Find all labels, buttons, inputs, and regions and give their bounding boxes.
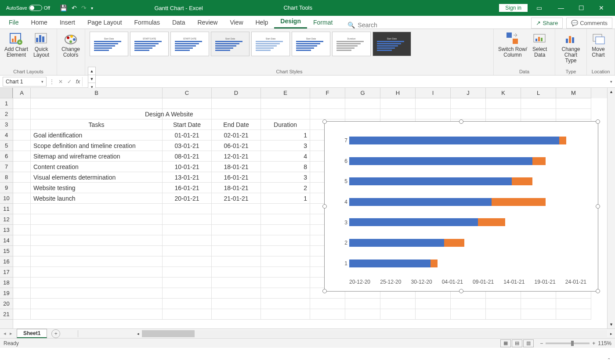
cell[interactable]: 13-01-21 — [163, 172, 212, 183]
cell[interactable] — [163, 299, 212, 309]
next-sheet-icon[interactable]: ▸ — [10, 331, 12, 336]
change-colors-button[interactable]: Change Colors — [60, 30, 82, 58]
cell[interactable] — [416, 109, 451, 119]
cell[interactable] — [163, 204, 212, 214]
cell[interactable]: Duration — [261, 119, 310, 130]
normal-view-icon[interactable]: ▦ — [500, 339, 511, 347]
row-header[interactable]: 21 — [0, 309, 13, 320]
cell[interactable] — [212, 309, 261, 320]
zoom-level[interactable]: 115% — [598, 340, 611, 346]
cell[interactable] — [212, 109, 261, 119]
cell[interactable] — [380, 109, 416, 119]
cell[interactable] — [31, 214, 163, 225]
row-header[interactable]: 20 — [0, 299, 13, 309]
column-header[interactable]: M — [556, 88, 591, 98]
select-data-button[interactable]: Select Data — [531, 30, 549, 58]
prev-sheet-icon[interactable]: ◂ — [4, 331, 6, 336]
cell[interactable]: 16-01-21 — [163, 183, 212, 193]
tab-format[interactable]: Format — [307, 16, 339, 29]
tab-page-layout[interactable]: Page Layout — [81, 16, 128, 29]
undo-icon[interactable]: ↶ — [72, 4, 77, 11]
chart-style-7[interactable]: Duration — [332, 32, 371, 56]
cell[interactable] — [521, 309, 556, 320]
cell[interactable]: Website testing — [31, 183, 163, 193]
column-headers[interactable]: ABCDEFGHIJKLM — [13, 88, 607, 98]
cell[interactable] — [261, 225, 310, 235]
column-header[interactable]: D — [212, 88, 261, 98]
cell[interactable] — [13, 288, 31, 299]
cell[interactable] — [13, 98, 31, 109]
cell[interactable] — [212, 235, 261, 246]
scrollbar-thumb[interactable] — [142, 330, 195, 337]
cell[interactable] — [163, 214, 212, 225]
chart-style-3[interactable]: START DATE — [170, 32, 209, 56]
cell[interactable] — [345, 309, 380, 320]
cell[interactable] — [13, 109, 31, 119]
page-layout-view-icon[interactable]: ▤ — [512, 339, 522, 347]
tab-view[interactable]: View — [224, 16, 249, 29]
resize-handle[interactable] — [596, 204, 600, 209]
qat-customize-icon[interactable]: ▾ — [91, 6, 93, 11]
zoom-in-button[interactable]: + — [592, 340, 595, 346]
row-header[interactable]: 11 — [0, 204, 13, 214]
formula-input[interactable] — [83, 77, 607, 86]
cell[interactable] — [212, 98, 261, 109]
cell[interactable] — [310, 98, 345, 109]
column-header[interactable]: C — [163, 88, 212, 98]
cell[interactable]: 1 — [261, 193, 310, 204]
cell[interactable]: 1 — [261, 130, 310, 141]
cell[interactable]: 10-01-21 — [163, 162, 212, 172]
column-header[interactable]: A — [13, 88, 31, 98]
cell[interactable] — [13, 214, 31, 225]
move-chart-button[interactable]: Move Chart — [590, 30, 607, 58]
worksheet-grid[interactable]: 123456789101112131415161718192021 ABCDEF… — [0, 88, 615, 328]
resize-handle[interactable] — [322, 119, 327, 124]
change-chart-type-button[interactable]: Change Chart Type — [558, 30, 584, 64]
cell[interactable] — [13, 246, 31, 256]
tab-review[interactable]: Review — [192, 16, 224, 29]
row-header[interactable]: 10 — [0, 193, 13, 204]
new-sheet-button[interactable]: + — [51, 329, 60, 338]
tab-insert[interactable]: Insert — [54, 16, 81, 29]
cell[interactable] — [556, 109, 591, 119]
column-header[interactable]: J — [451, 88, 486, 98]
cell[interactable] — [163, 235, 212, 246]
cell[interactable] — [13, 130, 31, 141]
row-header[interactable]: 9 — [0, 183, 13, 193]
row-header[interactable]: 15 — [0, 246, 13, 256]
cell[interactable] — [163, 225, 212, 235]
cell[interactable] — [212, 256, 261, 267]
row-header[interactable]: 8 — [0, 172, 13, 183]
save-icon[interactable]: 💾 — [60, 4, 67, 11]
row-header[interactable]: 5 — [0, 141, 13, 151]
resize-handle[interactable] — [459, 289, 463, 293]
row-header[interactable]: 14 — [0, 235, 13, 246]
cell[interactable] — [163, 278, 212, 288]
cell[interactable] — [380, 98, 416, 109]
cell[interactable] — [261, 98, 310, 109]
cell[interactable] — [451, 98, 486, 109]
row-header[interactable]: 16 — [0, 256, 13, 267]
horizontal-scrollbar[interactable]: ◂ ▸ — [78, 330, 615, 337]
cell[interactable] — [163, 98, 212, 109]
tab-help[interactable]: Help — [250, 16, 275, 29]
cell[interactable] — [13, 193, 31, 204]
cell[interactable] — [345, 299, 380, 309]
cell[interactable] — [212, 225, 261, 235]
cell[interactable] — [261, 288, 310, 299]
cell[interactable] — [163, 246, 212, 256]
cell[interactable] — [163, 267, 212, 278]
row-header[interactable]: 2 — [0, 109, 13, 119]
resize-handle[interactable] — [322, 289, 327, 293]
cell[interactable] — [212, 246, 261, 256]
cell[interactable] — [31, 246, 163, 256]
cell[interactable]: 18-01-21 — [212, 162, 261, 172]
cell[interactable] — [261, 246, 310, 256]
column-header[interactable]: G — [345, 88, 380, 98]
cell[interactable] — [261, 256, 310, 267]
cell[interactable] — [13, 235, 31, 246]
column-header[interactable]: K — [486, 88, 521, 98]
cell[interactable]: Visual elements determination — [31, 172, 163, 183]
cell[interactable] — [13, 256, 31, 267]
cell[interactable] — [31, 256, 163, 267]
